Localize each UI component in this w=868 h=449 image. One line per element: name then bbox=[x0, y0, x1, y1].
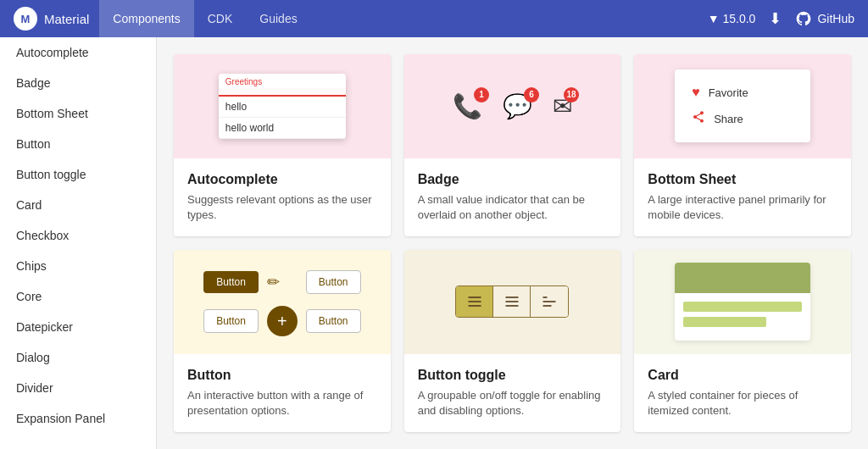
sidebar-item-checkbox[interactable]: Checkbox bbox=[0, 220, 156, 251]
pencil-icon: ✏ bbox=[267, 273, 298, 291]
toggle-group bbox=[455, 285, 569, 318]
sidebar-item-datepicker[interactable]: Datepicker bbox=[0, 312, 156, 342]
svg-rect-3 bbox=[505, 297, 518, 298]
bottomsheet-card-body: Bottom Sheet A large interactive panel p… bbox=[634, 158, 851, 236]
card-mock-header bbox=[675, 263, 810, 293]
autocomplete-preview: Greetings hello hello world bbox=[174, 54, 391, 158]
autocomplete-mock-input bbox=[219, 88, 346, 97]
badge-mail-wrap: ✉ 18 bbox=[553, 92, 572, 120]
badge-count-3: 18 bbox=[564, 87, 579, 103]
autocomplete-title: Autocomplete bbox=[187, 172, 377, 187]
autocomplete-option-1: hello world bbox=[219, 118, 346, 139]
bottomsheet-desc: A large interactive panel primarily for … bbox=[648, 192, 837, 223]
brand-name: Material bbox=[44, 12, 89, 26]
svg-rect-0 bbox=[468, 297, 481, 298]
svg-rect-6 bbox=[543, 297, 548, 298]
svg-rect-4 bbox=[505, 301, 518, 302]
button-desc: An interactive button with a range of pr… bbox=[187, 388, 377, 419]
buttontoggle-preview bbox=[404, 250, 621, 354]
share-icon bbox=[692, 110, 705, 127]
autocomplete-mock: Greetings hello hello world bbox=[219, 74, 346, 139]
badge-count-1: 1 bbox=[474, 87, 489, 103]
badge-card-body: Badge A small value indicator that can b… bbox=[404, 158, 621, 236]
main-layout: Autocomplete Badge Bottom Sheet Button B… bbox=[0, 37, 868, 449]
nav-item-components[interactable]: Components bbox=[99, 0, 193, 37]
badge-phone-wrap: 📞 1 bbox=[453, 92, 482, 120]
badge-preview: 📞 1 💬 6 ✉ 18 bbox=[404, 54, 621, 158]
nav-item-cdk[interactable]: CDK bbox=[194, 0, 247, 37]
sidebar-item-dialog[interactable]: Dialog bbox=[0, 342, 156, 373]
sidebar-item-chips[interactable]: Chips bbox=[0, 251, 156, 281]
share-label: Share bbox=[714, 113, 743, 125]
toggle-btn-1[interactable] bbox=[493, 286, 531, 317]
filled-button-demo[interactable]: Button bbox=[203, 271, 259, 293]
bottomsheet-row-0: ♥ Favorite bbox=[692, 80, 793, 105]
autocomplete-option-0: hello bbox=[219, 97, 346, 118]
sidebar-item-divider[interactable]: Divider bbox=[0, 373, 156, 403]
buttontoggle-desc: A groupable on/off toggle for enabling a… bbox=[418, 388, 608, 419]
favorite-label: Favorite bbox=[709, 86, 748, 99]
svg-rect-2 bbox=[468, 305, 481, 307]
buttontoggle-card-body: Button toggle A groupable on/off toggle … bbox=[404, 354, 621, 432]
outlined-button-demo-3[interactable]: Button bbox=[306, 309, 361, 333]
component-grid: Greetings hello hello world Autocomplete… bbox=[157, 37, 868, 449]
autocomplete-mock-label: Greetings bbox=[219, 74, 346, 88]
bottomsheet-row-1: Share bbox=[692, 105, 793, 132]
sidebar: Autocomplete Badge Bottom Sheet Button B… bbox=[0, 37, 157, 449]
card-mock-body bbox=[675, 293, 810, 341]
badge-desc: A small value indicator that can be over… bbox=[418, 192, 608, 223]
outlined-button-demo-1[interactable]: Button bbox=[306, 270, 361, 294]
badge-title: Badge bbox=[418, 172, 608, 187]
nav-items: Components CDK Guides bbox=[99, 0, 310, 37]
sidebar-item-bottom-sheet[interactable]: Bottom Sheet bbox=[0, 98, 156, 129]
svg-rect-7 bbox=[543, 301, 556, 302]
card-desc: A styled container for pieces of itemize… bbox=[648, 388, 837, 419]
badge-chat-wrap: 💬 6 bbox=[503, 92, 532, 120]
card-mock bbox=[675, 263, 810, 341]
sidebar-item-button-toggle[interactable]: Button toggle bbox=[0, 159, 156, 190]
button-title: Button bbox=[187, 368, 377, 383]
button-mock-grid: Button ✏ Button Button + Button bbox=[203, 267, 360, 336]
sidebar-item-button[interactable]: Button bbox=[0, 129, 156, 159]
svg-rect-5 bbox=[505, 305, 518, 307]
bottomsheet-mock: ♥ Favorite Share bbox=[675, 69, 810, 142]
badge-card[interactable]: 📞 1 💬 6 ✉ 18 Badge A small value indicat… bbox=[404, 54, 621, 236]
sidebar-item-expansion-panel[interactable]: Expansion Panel bbox=[0, 403, 156, 434]
card-card[interactable]: Card A styled container for pieces of it… bbox=[634, 250, 851, 432]
version-selector[interactable]: ▼ 15.0.0 bbox=[708, 12, 756, 25]
top-navigation: M Material Components CDK Guides ▼ 15.0.… bbox=[0, 0, 868, 37]
svg-rect-1 bbox=[468, 301, 481, 302]
outlined-button-demo-2[interactable]: Button bbox=[203, 309, 259, 333]
card-title: Card bbox=[648, 368, 837, 383]
button-preview: Button ✏ Button Button + Button bbox=[174, 250, 391, 354]
svg-rect-8 bbox=[543, 305, 552, 307]
fab-button-demo[interactable]: + bbox=[267, 306, 298, 336]
buttontoggle-card[interactable]: Button toggle A groupable on/off toggle … bbox=[404, 250, 621, 432]
card-mock-line-1 bbox=[683, 302, 802, 312]
bottomsheet-title: Bottom Sheet bbox=[648, 172, 837, 187]
bottomsheet-preview: ♥ Favorite Share bbox=[634, 54, 851, 158]
sidebar-item-autocomplete[interactable]: Autocomplete bbox=[0, 37, 156, 68]
toggle-btn-0[interactable] bbox=[456, 286, 493, 317]
sidebar-item-badge[interactable]: Badge bbox=[0, 68, 156, 98]
badge-count-2: 6 bbox=[524, 87, 539, 103]
button-card[interactable]: Button ✏ Button Button + Button Button A… bbox=[174, 250, 391, 432]
heart-icon: ♥ bbox=[692, 85, 700, 100]
button-card-body: Button An interactive button with a rang… bbox=[174, 354, 391, 432]
card-card-body: Card A styled container for pieces of it… bbox=[634, 354, 851, 432]
autocomplete-desc: Suggests relevant options as the user ty… bbox=[187, 192, 377, 223]
bottomsheet-card[interactable]: ♥ Favorite Share Bottom Sheet A larg bbox=[634, 54, 851, 236]
download-button[interactable]: ⬇ bbox=[769, 9, 782, 28]
nav-right: ▼ 15.0.0 ⬇ GitHub bbox=[708, 9, 854, 28]
card-mock-line-2 bbox=[683, 317, 766, 327]
toggle-btn-2[interactable] bbox=[531, 286, 568, 317]
card-preview bbox=[634, 250, 851, 354]
github-link[interactable]: GitHub bbox=[795, 10, 854, 27]
nav-item-guides[interactable]: Guides bbox=[246, 0, 310, 37]
logo-icon: M bbox=[14, 7, 37, 30]
autocomplete-card-body: Autocomplete Suggests relevant options a… bbox=[174, 158, 391, 236]
sidebar-item-card[interactable]: Card bbox=[0, 190, 156, 220]
sidebar-item-core[interactable]: Core bbox=[0, 281, 156, 312]
autocomplete-card[interactable]: Greetings hello hello world Autocomplete… bbox=[174, 54, 391, 236]
buttontoggle-title: Button toggle bbox=[418, 368, 608, 383]
